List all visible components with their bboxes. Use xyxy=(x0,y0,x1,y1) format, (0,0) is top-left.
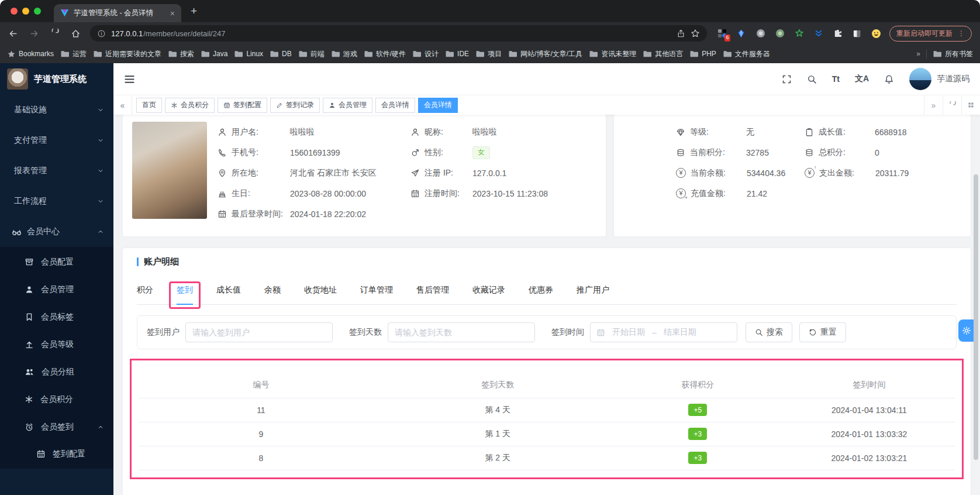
app-logo-row[interactable]: 芋道管理系统 xyxy=(0,63,113,95)
address-bar[interactable]: 127.0.0.1/member/user/detail/247 xyxy=(90,25,707,42)
tab-signin[interactable]: 签到 xyxy=(177,285,193,304)
reset-button[interactable]: 重置 xyxy=(799,322,846,342)
tab-points[interactable]: 积分 xyxy=(137,285,153,304)
tags-layout-icon[interactable] xyxy=(961,95,980,115)
browser-update-button[interactable]: 重新启动即可更新 ⋮ xyxy=(889,26,972,42)
bookmark-folder[interactable]: 软件/硬件 xyxy=(364,49,406,59)
theme-settings-button[interactable] xyxy=(958,319,974,342)
bookmark-folder[interactable]: IDE xyxy=(445,49,469,59)
browser-menu-icon[interactable]: ⋮ xyxy=(958,29,965,37)
bookmark-folder[interactable]: 运营 xyxy=(60,49,87,59)
forward-icon[interactable] xyxy=(29,29,39,39)
signin-user-input[interactable] xyxy=(185,322,333,342)
extension-sphere-gray-icon[interactable] xyxy=(755,28,766,39)
tags-scroll-right[interactable]: » xyxy=(924,95,943,115)
sidebar-item-member-manage[interactable]: 会员管理 xyxy=(0,276,113,303)
tag-signin-config[interactable]: 签到配置 xyxy=(218,98,267,113)
sidebar-item-member-center[interactable]: 会员中心 xyxy=(0,216,113,247)
bookmark-folder[interactable]: 游戏 xyxy=(331,49,357,59)
extension-reader-icon[interactable] xyxy=(851,28,862,39)
tag-member-detail[interactable]: 会员详情 xyxy=(375,98,415,113)
extension-grid-icon[interactable]: 6 xyxy=(716,28,727,39)
bookmark-folder[interactable]: Java xyxy=(201,49,227,59)
tab-aftersale[interactable]: 售后管理 xyxy=(416,285,449,304)
all-bookmarks[interactable]: 所有书签 xyxy=(933,49,973,59)
hamburger-icon[interactable] xyxy=(124,74,135,85)
tags-scroll-left[interactable]: « xyxy=(113,95,132,115)
sidebar-item-member-groups[interactable]: 会员分组 xyxy=(0,358,113,386)
account-detail-card: 账户明细 积分 签到 成长值 余额 收货地址 订单管理 售后管理 收藏记录 优惠… xyxy=(123,248,971,495)
sidebar-item-payment[interactable]: 支付管理 xyxy=(0,125,113,156)
page-scrollbar[interactable] xyxy=(974,174,978,460)
tab-close-icon[interactable]: × xyxy=(170,9,175,18)
bookmark-star-icon[interactable] xyxy=(691,29,700,38)
tab-orders[interactable]: 订单管理 xyxy=(360,285,393,304)
extension-star-green-icon[interactable] xyxy=(793,28,805,39)
bookmark-folder[interactable]: 项目 xyxy=(475,49,502,59)
stat-growth-value: 成长值: 6688918 xyxy=(805,122,961,142)
bookmark-folder[interactable]: 近期需要读的文章 xyxy=(93,49,161,59)
table-row[interactable]: 11 第 4 天 +5 2024-01-04 13:04:11 xyxy=(139,398,955,422)
search-button[interactable]: 搜索 xyxy=(746,322,792,342)
sidebar-item-member-signin[interactable]: 会员签到 xyxy=(0,413,113,441)
extension-sphere-green-icon[interactable] xyxy=(774,28,785,39)
browser-tab[interactable]: 芋道管理系统 - 会员详情 × xyxy=(54,4,181,22)
search-icon[interactable] xyxy=(807,74,817,84)
tab-growth[interactable]: 成长值 xyxy=(216,285,241,304)
back-icon[interactable] xyxy=(8,29,18,39)
date-range-picker[interactable]: 开始日期 – 结束日期 xyxy=(590,322,737,342)
table-row[interactable]: 9 第 1 天 +3 2024-01-01 13:03:32 xyxy=(139,422,955,446)
calendar-icon xyxy=(218,209,227,219)
tag-member-points[interactable]: 会员积分 xyxy=(165,98,215,113)
bookmark-folder[interactable]: 文件服务器 xyxy=(723,49,770,59)
minimize-window-button[interactable] xyxy=(22,8,29,15)
reload-icon[interactable] xyxy=(50,29,60,38)
bookmark-folder[interactable]: 其他语言 xyxy=(643,49,683,59)
tab-balance[interactable]: 余额 xyxy=(264,285,281,304)
sidebar-item-member-level[interactable]: 会员等级 xyxy=(0,331,113,358)
site-info-icon[interactable] xyxy=(97,29,106,38)
bookmark-folder[interactable]: 设计 xyxy=(412,49,439,59)
zoom-window-button[interactable] xyxy=(34,8,41,15)
sidebar-item-member-tags[interactable]: 会员标签 xyxy=(0,303,113,331)
fullscreen-icon[interactable] xyxy=(782,74,792,84)
bell-icon[interactable] xyxy=(884,74,894,84)
tab-favorites[interactable]: 收藏记录 xyxy=(472,285,505,304)
bookmark-folder[interactable]: DB xyxy=(270,49,292,59)
bookmark-folder[interactable]: 网站/博客/文章/工具 xyxy=(508,49,582,59)
sidebar-item-signin-config[interactable]: 签到配置 xyxy=(0,441,113,468)
tags-refresh-icon[interactable] xyxy=(943,95,961,115)
extension-puzzle-icon[interactable] xyxy=(832,28,843,39)
close-window-button[interactable] xyxy=(11,8,18,15)
bookmark-folder[interactable]: 前端 xyxy=(298,49,325,59)
sidebar-item-reports[interactable]: 报表管理 xyxy=(0,156,113,186)
tab-coupons[interactable]: 优惠券 xyxy=(529,285,553,304)
tag-member-detail-active[interactable]: 会员详情 xyxy=(418,98,458,113)
bookmarks-manager[interactable]: Bookmarks xyxy=(7,50,54,59)
table-row[interactable]: 8 第 2 天 +3 2024-01-02 13:03:21 xyxy=(139,446,955,470)
sidebar-item-member-points[interactable]: 会员积分 xyxy=(0,386,113,413)
bookmark-folder[interactable]: 资讯未整理 xyxy=(589,49,636,59)
translate-icon[interactable]: 文A xyxy=(855,74,869,84)
bookmark-folder[interactable]: PHP xyxy=(689,49,716,59)
home-icon[interactable] xyxy=(71,29,81,39)
bookmark-folder[interactable]: 搜索 xyxy=(168,49,194,59)
extension-gem-icon[interactable] xyxy=(736,28,747,39)
tag-signin-records[interactable]: 签到记录 xyxy=(270,98,320,113)
user-menu[interactable]: 芋道源码 xyxy=(909,68,969,90)
bookmark-folder[interactable]: Linux xyxy=(234,49,263,59)
bookmarks-overflow-chevron[interactable]: » xyxy=(916,50,920,58)
sidebar-item-infrastructure[interactable]: 基础设施 xyxy=(0,95,113,125)
tab-referrals[interactable]: 推广用户 xyxy=(577,285,609,304)
extension-chevrons-blue-icon[interactable] xyxy=(813,28,824,39)
tab-address[interactable]: 收货地址 xyxy=(304,285,337,304)
font-size-icon[interactable]: Tt xyxy=(832,74,840,84)
share-icon[interactable] xyxy=(677,29,685,38)
new-tab-button[interactable]: + xyxy=(191,0,197,22)
sidebar-item-member-config[interactable]: 会员配置 xyxy=(0,248,113,276)
tag-member-manage[interactable]: 会员管理 xyxy=(323,98,372,113)
tag-home[interactable]: 首页 xyxy=(136,98,162,113)
extension-emoji-icon[interactable] xyxy=(871,28,882,39)
signin-days-input[interactable] xyxy=(388,322,535,342)
sidebar-item-workflow[interactable]: 工作流程 xyxy=(0,186,113,216)
